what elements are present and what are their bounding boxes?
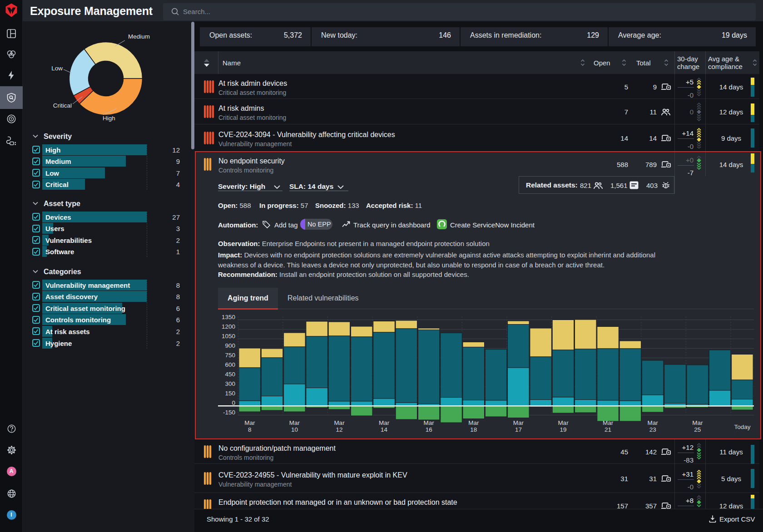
svg-text:Mar: Mar <box>468 419 479 426</box>
svg-text:150: 150 <box>225 390 235 397</box>
svg-text:16: 16 <box>426 426 432 433</box>
svg-text:Today: Today <box>734 424 750 430</box>
svg-text:19: 19 <box>560 426 566 433</box>
svg-text:300: 300 <box>225 380 235 387</box>
svg-text:23: 23 <box>649 426 656 433</box>
svg-text:21: 21 <box>604 426 611 433</box>
svg-text:0: 0 <box>232 399 235 406</box>
svg-text:Low: Low <box>51 65 63 72</box>
svg-text:450: 450 <box>225 371 235 378</box>
svg-text:Mar: Mar <box>379 419 390 426</box>
svg-text:600: 600 <box>225 361 235 368</box>
svg-text:Mar: Mar <box>558 419 569 426</box>
svg-text:High: High <box>103 115 115 122</box>
svg-text:17: 17 <box>515 426 522 433</box>
svg-text:1350: 1350 <box>222 314 235 320</box>
svg-text:25: 25 <box>694 426 701 433</box>
svg-text:1200: 1200 <box>222 323 235 330</box>
svg-text:Mar: Mar <box>513 419 524 426</box>
svg-text:18: 18 <box>470 426 477 433</box>
svg-text:Critical: Critical <box>53 102 72 109</box>
svg-text:10: 10 <box>291 426 298 433</box>
svg-text:Mar: Mar <box>244 419 255 426</box>
svg-text:Mar: Mar <box>289 419 300 426</box>
svg-text:Mar: Mar <box>603 419 614 426</box>
svg-text:Mar: Mar <box>334 419 345 426</box>
svg-text:Mar: Mar <box>424 419 435 426</box>
svg-text:12: 12 <box>336 426 342 433</box>
svg-text:Mar: Mar <box>648 419 659 426</box>
svg-text:1050: 1050 <box>222 333 235 340</box>
svg-text:900: 900 <box>225 342 235 349</box>
svg-text:Medium: Medium <box>128 33 150 40</box>
svg-text:8: 8 <box>248 426 252 433</box>
svg-text:-150: -150 <box>223 409 235 416</box>
svg-text:750: 750 <box>225 352 235 359</box>
svg-text:Mar: Mar <box>692 419 703 426</box>
svg-text:14: 14 <box>381 426 388 433</box>
